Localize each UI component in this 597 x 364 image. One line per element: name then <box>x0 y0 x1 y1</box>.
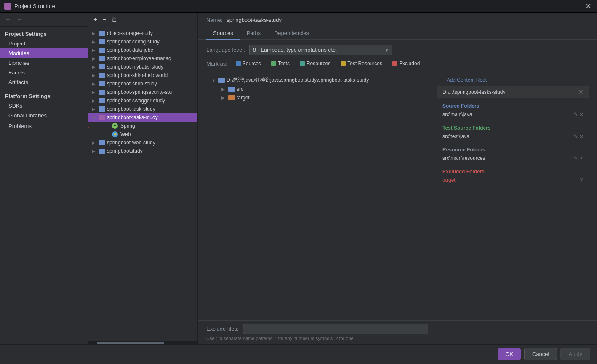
language-level-label: Language level: <box>206 47 245 53</box>
src-tree-src[interactable]: ▶ src <box>206 85 437 93</box>
remove-module-button[interactable]: − <box>101 15 108 24</box>
close-button[interactable]: ✕ <box>584 2 593 10</box>
content-root-header: D:\...\springboot-tasks-study ✕ <box>437 86 589 98</box>
resource-folder-entry: src\main\resources ✎ ✕ <box>442 154 584 162</box>
tree-arrow: ▶ <box>92 81 97 87</box>
folder-icon <box>99 73 105 78</box>
sidebar-item-global-libraries[interactable]: Global Libraries <box>0 111 88 120</box>
cancel-button[interactable]: Cancel <box>524 348 557 360</box>
test-source-folders-title: Test Source Folders <box>442 125 584 131</box>
folder-icon <box>99 106 105 112</box>
folder-icon <box>99 90 105 95</box>
sidebar-item-libraries[interactable]: Libraries <box>0 58 88 68</box>
tree-subitem-spring[interactable]: ✦ Spring <box>88 122 197 130</box>
mark-excluded-button[interactable]: Excluded <box>389 59 423 68</box>
sidebar-item-modules[interactable]: Modules <box>0 48 88 58</box>
folder-icon-selected <box>99 115 105 120</box>
exclude-files-input[interactable] <box>243 324 428 334</box>
language-level-select[interactable]: 8 - Lambdas, type annotations etc. <box>249 45 392 55</box>
resource-folder-edit-button[interactable]: ✎ <box>573 155 578 161</box>
content-root-close-button[interactable]: ✕ <box>578 89 584 96</box>
content-root-title: D:\...\springboot-tasks-study <box>442 89 505 95</box>
mark-test-resources-button[interactable]: Test Resources <box>337 59 386 68</box>
mark-as-label: Mark as: <box>206 61 227 67</box>
apply-button[interactable]: Apply <box>560 348 590 360</box>
folder-icon <box>99 39 105 44</box>
add-module-button[interactable]: + <box>92 15 99 24</box>
sources-dot <box>236 61 241 66</box>
ok-button[interactable]: OK <box>498 348 521 360</box>
test-folder-remove-button[interactable]: ✕ <box>579 133 584 139</box>
test-source-folders-section: Test Source Folders src\test\java ✎ ✕ <box>437 122 589 143</box>
test-folder-edit-button[interactable]: ✎ <box>573 133 578 139</box>
tree-item[interactable]: ▶ springbootstudy <box>88 147 197 155</box>
src-tree-target[interactable]: ▶ target <box>206 93 437 102</box>
tab-dependencies[interactable]: Dependencies <box>267 27 316 40</box>
resource-folder-actions: ✎ ✕ <box>573 155 584 161</box>
app-icon <box>4 3 11 10</box>
resource-folder-remove-button[interactable]: ✕ <box>579 155 584 161</box>
src-target-folder <box>228 95 235 100</box>
src-tree-root[interactable]: ▼ D:\笔记\java\狂神说java\springbootstudy\spr… <box>206 75 437 85</box>
tree-scrollbar[interactable] <box>88 341 197 344</box>
src-root-folder <box>218 78 225 83</box>
right-panel: + Add Content Root D:\...\springboot-tas… <box>437 72 589 315</box>
tree-item-selected[interactable]: ▼ springboot-tasks-study <box>88 113 197 122</box>
tree-item[interactable]: ▶ springboot-config-study <box>88 37 197 46</box>
tree-arrow: ▶ <box>92 39 97 45</box>
excluded-dot <box>392 61 397 66</box>
copy-module-button[interactable]: ⧉ <box>110 15 118 24</box>
back-button[interactable]: ← <box>3 15 13 24</box>
tree-subitem-web[interactable]: ⚡ Web <box>88 130 197 138</box>
src-root-arrow: ▼ <box>211 78 216 83</box>
forward-button[interactable]: → <box>15 15 24 24</box>
resources-dot <box>300 61 305 66</box>
language-level-select-wrap: 8 - Lambdas, type annotations etc. <box>249 45 392 55</box>
tree-arrow: ▶ <box>92 149 97 154</box>
folder-icon <box>99 31 105 36</box>
source-folder-edit-button[interactable]: ✎ <box>573 112 578 117</box>
tree-item[interactable]: ▶ springboot-shiro-study <box>88 80 197 88</box>
tree-arrow: ▶ <box>92 73 97 78</box>
tree-arrow: ▶ <box>92 56 97 61</box>
tree-item[interactable]: ▶ springboot-mybatis-study <box>88 63 197 71</box>
sidebar-item-project[interactable]: Project <box>0 39 88 48</box>
tree-arrow: ▶ <box>92 31 97 36</box>
sidebar-nav: ← → <box>0 13 88 27</box>
tree-arrow: ▶ <box>92 64 97 70</box>
tree-item[interactable]: ▶ springboot-employee-manag <box>88 54 197 63</box>
tests-dot <box>271 61 276 66</box>
tree-item[interactable]: ▶ springboot-task-study <box>88 105 197 113</box>
exclude-files-area: Exclude files: Use ; to separate name pa… <box>198 320 597 344</box>
source-folder-actions: ✎ ✕ <box>573 112 584 117</box>
resource-folders-title: Resource Folders <box>442 147 584 153</box>
tree-item[interactable]: ▶ springboot-data-jdbc <box>88 46 197 54</box>
sidebar-item-problems[interactable]: Problems <box>0 121 88 131</box>
tree-item[interactable]: ▶ springboot-web-study <box>88 138 197 147</box>
tree-item[interactable]: ▶ springboot-swagger-study <box>88 96 197 105</box>
tree-item[interactable]: ▶ object-storage-study <box>88 29 197 37</box>
mark-tests-button[interactable]: Tests <box>268 59 293 68</box>
sidebar-item-sdks[interactable]: SDKs <box>0 101 88 111</box>
tab-paths[interactable]: Paths <box>240 27 267 40</box>
sidebar-item-artifacts[interactable]: Artifacts <box>0 77 88 87</box>
tree-arrow: ▶ <box>92 90 97 95</box>
excluded-folder-remove-button[interactable]: ✕ <box>579 177 584 183</box>
exclude-files-row: Exclude files: <box>206 324 589 334</box>
add-content-root-button[interactable]: + Add Content Root <box>437 75 589 85</box>
mark-sources-button[interactable]: Sources <box>232 59 264 68</box>
mark-resources-button[interactable]: Resources <box>296 59 334 68</box>
tab-sources[interactable]: Sources <box>206 27 240 40</box>
source-folder-remove-button[interactable]: ✕ <box>579 112 584 117</box>
test-folder-entry: src\test\java ✎ ✕ <box>442 133 584 140</box>
tree-scrollbar-thumb[interactable] <box>97 342 164 344</box>
title-bar: Project Structure ✕ <box>0 0 597 13</box>
content-header: Name: springboot-tasks-study Sources Pat… <box>198 13 597 40</box>
folder-icon <box>99 48 105 53</box>
tree-item[interactable]: ▶ springboot-springsecurity-stu <box>88 88 197 96</box>
tree-item[interactable]: ▶ springboot-shiro-helloworld <box>88 71 197 80</box>
excluded-folder-actions: ✕ <box>579 177 584 183</box>
source-folders-title: Source Folders <box>442 103 584 109</box>
sidebar-item-facets[interactable]: Facets <box>0 68 88 77</box>
dialog-footer: OK Cancel Apply <box>0 344 597 364</box>
